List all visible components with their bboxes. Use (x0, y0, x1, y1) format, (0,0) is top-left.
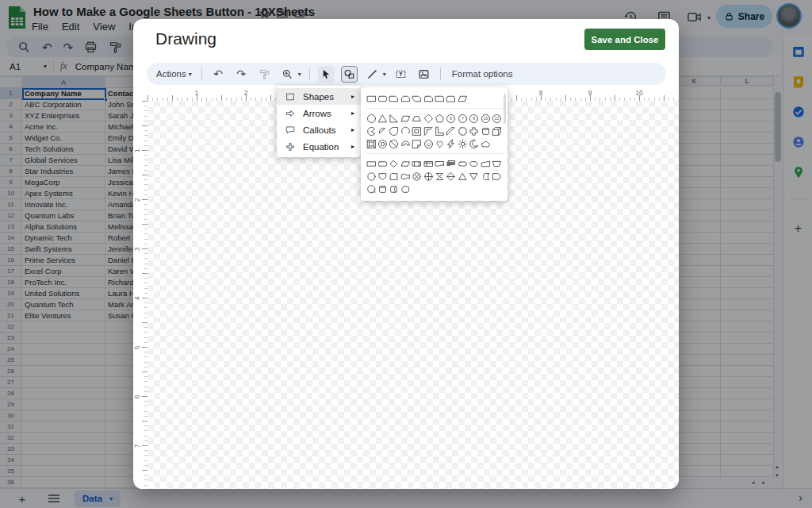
ruler-h-number: 2 (244, 89, 248, 97)
pie-shape[interactable] (366, 125, 377, 137)
manual-input-shape[interactable] (480, 157, 491, 170)
submenu-arrow-icon: ▸ (351, 93, 354, 100)
snip-single-corner-shape[interactable] (389, 92, 400, 105)
can-shape[interactable] (480, 125, 491, 137)
teardrop-shape[interactable] (389, 125, 400, 137)
text-box-tool[interactable] (393, 66, 409, 83)
folded-corner-shape[interactable] (412, 137, 423, 150)
decision-shape[interactable] (389, 157, 400, 170)
connector-shape[interactable] (366, 170, 377, 183)
shape-tool[interactable] (341, 66, 358, 83)
line-tool[interactable]: ▾ (364, 66, 386, 83)
parallelogram-shape[interactable] (457, 92, 468, 105)
octagon-8-shape[interactable]: 8 (469, 112, 480, 125)
sort-shape[interactable] (446, 170, 457, 183)
plaque-shape[interactable] (457, 125, 468, 137)
actions-menu-button[interactable]: Actions ▾ (156, 69, 192, 79)
extract-shape[interactable] (457, 170, 468, 183)
internal-storage-shape[interactable] (423, 157, 434, 170)
block-arc-shape[interactable] (400, 137, 411, 150)
process-shape[interactable] (366, 157, 377, 170)
manual-operation-shape[interactable] (491, 157, 502, 170)
merge-shape[interactable] (469, 170, 480, 183)
donut-shape[interactable] (377, 137, 388, 150)
triangle-shape[interactable] (377, 112, 388, 125)
decagon-10-shape[interactable]: 10 (480, 112, 491, 125)
format-options-button[interactable]: Format options (452, 69, 513, 79)
insert-shape-menu: Shapes▸Arrows▸Callouts▸Equation▸ (277, 86, 361, 157)
no-symbol-shape[interactable] (389, 137, 400, 150)
corner-shape[interactable] (434, 125, 445, 137)
svg-text:6: 6 (450, 117, 453, 121)
ellipse-shape[interactable] (366, 112, 377, 125)
undo-icon[interactable]: ↶ (210, 66, 227, 83)
shape-row: 6781012 (366, 112, 504, 125)
diagonal-stripe-shape[interactable] (446, 125, 457, 137)
snip-round-single-corner-shape[interactable] (423, 92, 434, 105)
terminator-shape[interactable] (457, 157, 468, 170)
snip-diagonal-corners-shape[interactable] (412, 92, 423, 105)
zoom-tool[interactable]: ▾ (279, 66, 301, 83)
rectangle-shape[interactable] (366, 92, 377, 105)
lightning-bolt-shape[interactable] (446, 137, 457, 150)
hexagon-6-shape[interactable]: 6 (446, 112, 457, 125)
heptagon-7-shape[interactable]: 7 (457, 112, 468, 125)
menu-item-shapes[interactable]: Shapes▸ (277, 88, 361, 105)
off-page-connector-shape[interactable] (377, 170, 388, 183)
document-shape[interactable] (434, 157, 445, 170)
select-tool[interactable] (318, 66, 335, 83)
direct-access-storage-shape[interactable] (389, 183, 400, 195)
summing-junction-shape[interactable] (412, 170, 423, 183)
heart-shape[interactable] (434, 137, 445, 150)
collate-shape[interactable] (434, 170, 445, 183)
menu-item-label: Shapes (303, 92, 351, 102)
menu-item-callouts[interactable]: Callouts▸ (277, 121, 361, 138)
magnetic-disk-shape[interactable] (377, 183, 388, 195)
moon-shape[interactable] (469, 137, 480, 150)
palette-scrollbar[interactable] (504, 94, 506, 124)
diamond-shape[interactable] (423, 112, 434, 125)
insert-image-tool[interactable] (416, 66, 432, 83)
bevel-shape[interactable] (366, 137, 377, 150)
delay-shape[interactable] (491, 170, 502, 183)
cube-shape[interactable] (491, 125, 502, 137)
multidocument-shape[interactable] (446, 157, 457, 170)
card-shape[interactable] (389, 170, 400, 183)
shape-palette: 6781012 (361, 87, 508, 201)
line-caret-icon: ▾ (383, 71, 386, 78)
smiley-shape[interactable] (423, 137, 434, 150)
sequential-storage-shape[interactable] (366, 183, 377, 195)
chord-shape[interactable] (377, 125, 388, 137)
menu-item-equation[interactable]: Equation▸ (277, 138, 361, 155)
svg-text:8: 8 (473, 117, 475, 121)
preparation-shape[interactable] (469, 157, 480, 170)
ruler-h-number: 8 (539, 89, 543, 97)
stored-data-shape[interactable] (480, 170, 491, 183)
save-and-close-button[interactable]: Save and Close (584, 29, 665, 50)
pentagon-shape[interactable] (434, 112, 445, 125)
half-frame-shape[interactable] (423, 125, 434, 137)
display-shape[interactable] (400, 183, 411, 195)
trapezoid-shape[interactable] (412, 112, 423, 125)
alternate-process-shape[interactable] (377, 157, 388, 170)
data-shape[interactable] (400, 157, 411, 170)
snip-same-side-corners-shape[interactable] (400, 92, 411, 105)
cross-shape[interactable] (469, 125, 480, 137)
arc-shape[interactable] (400, 125, 411, 137)
or-shape[interactable] (423, 170, 434, 183)
right-triangle-shape[interactable] (389, 112, 400, 125)
rounded-rectangle-shape[interactable] (377, 92, 388, 105)
predefined-process-shape[interactable] (412, 157, 423, 170)
cloud-shape[interactable] (480, 137, 491, 150)
frame-shape[interactable] (412, 125, 423, 137)
dodecagon-12-shape[interactable]: 12 (491, 112, 502, 125)
punched-tape-shape[interactable] (400, 170, 411, 183)
round-same-side-corners-shape[interactable] (446, 92, 457, 105)
sun-shape[interactable] (457, 137, 468, 150)
ruler-v-number: 2 (133, 198, 141, 202)
line-icon (364, 66, 381, 83)
round-single-corner-shape[interactable] (434, 92, 445, 105)
parallelogram-shape[interactable] (400, 112, 411, 125)
menu-item-arrows[interactable]: Arrows▸ (277, 105, 361, 121)
redo-icon[interactable]: ↷ (233, 66, 250, 83)
